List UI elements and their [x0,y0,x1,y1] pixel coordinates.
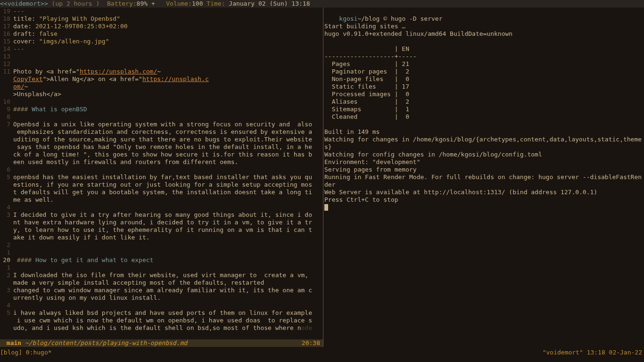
code-text: says that openbsd has had "Only two remo… [13,143,312,150]
line-number: 2 [0,241,13,249]
editor-line[interactable]: 12 [0,60,323,68]
editor-line[interactable]: 1 [0,249,323,256]
code-text: me as well. [13,196,54,203]
editor-line[interactable]: een used mostly in firewalls and routers… [0,158,323,166]
line-number: 11 [0,68,13,75]
editor-line[interactable]: 1 [0,264,323,272]
code-text: uditing of the source,making sure that t… [13,136,312,143]
code-text: >Unsplash</a> [13,90,61,98]
editor-line[interactable]: 9#### What is openBSD [0,106,323,113]
editor-line[interactable]: udo, and i used ksh which is the default… [0,324,323,332]
line-number: 3 [0,287,13,294]
editor-line[interactable]: 4 [0,204,323,211]
line-number: 16 [0,30,13,38]
editor-statusline: main ~/blog/content/posts/playing-with-o… [0,339,323,347]
line-number: 10 [0,98,13,106]
code-text: "Playing With Openbsd" [39,15,120,22]
line-number: 17 [0,23,13,30]
hostname: <<voidemort>> [0,0,48,8]
code-text: ">Allen Ng</a> on <a href=" [43,75,142,82]
line-number: 13 [0,53,13,60]
editor-line[interactable]: 2 [0,241,323,249]
code-text: y, to learn how to use it, the ephemeral… [13,226,312,233]
editor-line[interactable]: 10 [0,98,323,106]
code-text: ode [301,324,312,331]
editor-line[interactable]: estions, if you are starting out or just… [0,181,323,189]
code-text: changed to cwm window manager since am a… [13,287,312,294]
battery-label: Battery: [107,0,137,8]
code-text: --- [13,8,24,15]
line-number: 4 [0,204,13,211]
editor-line[interactable]: me as well. [0,196,323,204]
volume-label: Volume: [166,0,192,8]
editor-line[interactable]: 2I downloaded the iso file from their we… [0,272,323,279]
code-text: ck of a long time! ", this goes to show … [13,151,312,158]
code-text: estions, if you are starting out or just… [13,181,312,188]
editor-line[interactable]: CopyText">Allen Ng</a> on <a href="https… [0,75,323,83]
editor-buffer[interactable]: 19---18title: "Playing With Openbsd"17da… [0,8,323,332]
editor-line[interactable]: ck of a long time! ", this goes to show … [0,151,323,158]
editor-line[interactable]: 3I decided to give it a try after hearin… [0,211,323,219]
tmux-status-bar[interactable]: [blog] 0:hugo* "voidemort" 13:18 02-Jan-… [0,349,644,356]
editor-line[interactable]: 7Openbsd is a unix like operating system… [0,121,323,128]
line-number: 4 [0,302,13,309]
editor-line[interactable]: 13 [0,53,323,60]
editor-line[interactable]: 18title: "Playing With Openbsd" [0,15,323,23]
code-text: ake it down easily if i dont like it. [13,234,150,241]
uptime: (up 2 hours ) [48,0,107,8]
editor-line[interactable]: emphasizes standardization and corectnes… [0,128,323,136]
command-text: hugo -D server [391,15,443,22]
editor-line[interactable]: i use cwm which is now the default wm on… [0,317,323,324]
editor-line[interactable]: nt have extra hardware lying around, i d… [0,219,323,226]
code-text: i have always liked bsd projects and hav… [13,309,312,316]
editor-pane[interactable]: 19---18title: "Playing With Openbsd"17da… [0,8,323,347]
editor-line[interactable]: 16draft: false [0,30,323,38]
editor-line[interactable]: 5i have always liked bsd projects and ha… [0,309,323,317]
time-value: January 02 (Sun) 13:18 [229,0,310,8]
line-number: 9 [0,106,13,113]
code-text: I decided to give it a try after hearing… [13,211,312,218]
code-text: #### [17,256,35,263]
editor-line[interactable]: 11Photo by <a href="https://unsplash.com… [0,68,323,75]
editor-line[interactable]: om/~ [0,83,323,90]
code-text: What is openBSD [32,106,87,113]
code-text: I downloaded the iso file from their web… [13,272,312,279]
editor-line[interactable]: 14--- [0,45,323,53]
code-text: cover: [13,38,39,45]
editor-line[interactable]: 20 #### How to get it and what to expect [0,256,323,264]
editor-line[interactable]: says that openbsd has had "Only two remo… [0,143,323,151]
code-text: made a very simple install accepting mos… [13,279,264,286]
editor-line[interactable]: ake it down easily if i dont like it. [0,234,323,241]
editor-line[interactable]: 17date: 2021-12-09T00:25:03+02:00 [0,23,323,30]
main-split: 19---18title: "Playing With Openbsd"17da… [0,8,644,347]
editor-line[interactable]: urrently using on my void linux install. [0,294,323,302]
editor-line[interactable]: y, to learn how to use it, the ephemeral… [0,226,323,234]
editor-line[interactable]: uditing of the source,making sure that t… [0,136,323,143]
line-number: 18 [0,15,13,23]
code-text: https://unsplash.c [142,75,209,82]
line-number: 5 [0,309,13,317]
editor-line[interactable]: 4 [0,302,323,309]
editor-line[interactable]: >Unsplash</a> [0,90,323,98]
code-text: title: [13,15,39,22]
editor-line[interactable]: 8 [0,113,323,121]
tmux-session-window[interactable]: [blog] 0:hugo* [0,349,52,356]
terminal-pane[interactable]: kgosi~/blog © hugo -D server Start build… [323,8,644,347]
line-number: 20 [0,256,13,264]
editor-line[interactable]: 6 [0,166,323,173]
editor-line[interactable]: 19--- [0,8,323,15]
code-text: CopyText [13,75,43,82]
editor-line[interactable]: t defaults will get you a bootable syste… [0,189,323,196]
line-number: 3 [0,211,13,219]
editor-line[interactable]: 15cover: "imgs/allen-ng.jpg" [0,38,323,45]
line-number: 12 [0,60,13,68]
code-text: date: [13,23,35,30]
editor-line[interactable]: 3changed to cwm window manager since am … [0,287,323,294]
code-text: nt have extra hardware lying around, i d… [13,219,312,226]
code-text: udo, and i used ksh which is the default… [13,324,301,331]
editor-line[interactable]: 5openbsd has the easiest installation by… [0,173,323,181]
code-text: draft: [13,30,39,37]
line-number: 15 [0,38,13,45]
prompt-glyph: © [380,15,390,22]
editor-line[interactable]: made a very simple install accepting mos… [0,279,323,287]
